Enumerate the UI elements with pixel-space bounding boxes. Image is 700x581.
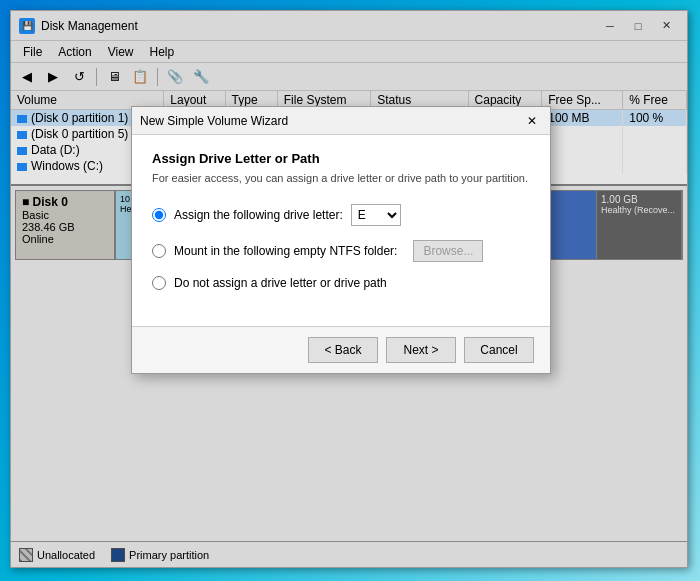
radio-row-2: Mount in the following empty NTFS folder… [152,240,530,262]
new-simple-volume-dialog: New Simple Volume Wizard ✕ Assign Drive … [131,106,551,374]
radio-row-1: Assign the following drive letter: E F G… [152,204,530,226]
dialog-title: New Simple Volume Wizard [140,114,522,128]
cancel-button[interactable]: Cancel [464,337,534,363]
next-button[interactable]: Next > [386,337,456,363]
radio-assign-letter-label: Assign the following drive letter: [174,208,343,222]
radio-assign-letter[interactable] [152,208,166,222]
browse-button[interactable]: Browse... [413,240,483,262]
dialog-overlay: New Simple Volume Wizard ✕ Assign Drive … [11,11,687,567]
dialog-footer: < Back Next > Cancel [132,326,550,373]
dialog-heading: Assign Drive Letter or Path [152,151,530,166]
radio-no-letter[interactable] [152,276,166,290]
radio-mount-folder-label: Mount in the following empty NTFS folder… [174,244,397,258]
radio-no-letter-label: Do not assign a drive letter or drive pa… [174,276,387,290]
main-window: 💾 Disk Management ─ □ ✕ File Action View… [10,10,688,568]
radio-mount-folder[interactable] [152,244,166,258]
dialog-title-bar: New Simple Volume Wizard ✕ [132,107,550,135]
radio-row-3: Do not assign a drive letter or drive pa… [152,276,530,290]
dialog-body: Assign Drive Letter or Path For easier a… [132,135,550,326]
dialog-close-button[interactable]: ✕ [522,112,542,130]
dialog-subtext: For easier access, you can assign a driv… [152,172,530,184]
radio-group: Assign the following drive letter: E F G… [152,204,530,290]
back-button[interactable]: < Back [308,337,378,363]
drive-letter-select[interactable]: E F G H [351,204,401,226]
